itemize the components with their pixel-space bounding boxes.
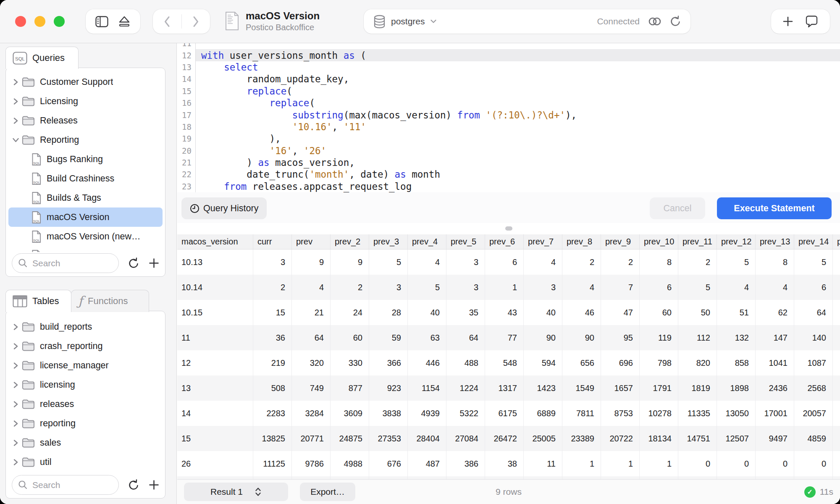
table-cell[interactable]: 9497 (756, 426, 794, 451)
table-cell[interactable]: 4859 (794, 426, 833, 451)
zoom-window-button[interactable] (54, 16, 65, 27)
new-item-plus-button[interactable] (782, 16, 793, 27)
column-header-prev-6[interactable]: prev_6 (485, 234, 524, 249)
table-cell[interactable]: 820 (678, 350, 717, 375)
table-cell[interactable]: 11335 (678, 401, 717, 426)
table-cell[interactable]: 8 (756, 249, 794, 275)
table-cell[interactable]: 1 (601, 451, 640, 476)
table-cell[interactable]: 20057 (794, 401, 833, 426)
table-cell[interactable]: 1154 (408, 375, 446, 401)
table-cell[interactable]: 147 (756, 325, 794, 350)
tab-queries[interactable]: SQL Queries (5, 47, 79, 69)
table-cell[interactable]: 3838 (369, 401, 408, 426)
forward-button[interactable] (192, 16, 200, 28)
table-cell[interactable]: 43 (485, 300, 524, 325)
table-cell[interactable]: 140 (794, 325, 833, 350)
table-cell[interactable]: 5 (678, 275, 717, 300)
table-cell[interactable]: 14 (177, 401, 253, 426)
tables-add-icon[interactable] (149, 480, 159, 490)
column-header-prev-7[interactable]: prev_7 (524, 234, 562, 249)
column-header-prev[interactable]: prev (292, 234, 331, 249)
table-cell[interactable]: 4988 (331, 451, 369, 476)
table-cell[interactable]: 14751 (678, 426, 717, 451)
table-cell[interactable]: 21 (292, 300, 331, 325)
table-cell[interactable]: 2 (562, 249, 601, 275)
table-cell[interactable]: 1657 (601, 375, 640, 401)
column-header-prev-10[interactable]: prev_10 (640, 234, 678, 249)
code-line-15[interactable]: 15 replace( (177, 85, 840, 97)
table-cell[interactable]: 4 (717, 275, 756, 300)
table-cell[interactable]: 1041 (756, 350, 794, 375)
table-cell[interactable]: 0 (794, 451, 833, 476)
result-selector[interactable]: Result 1 (184, 483, 288, 501)
queries-search-input[interactable] (32, 258, 109, 269)
table-cell[interactable]: 18134 (640, 426, 678, 451)
column-header-prev-2[interactable]: prev_2 (331, 234, 369, 249)
table-cell[interactable]: 63 (408, 325, 446, 350)
table-cell[interactable]: 8 (640, 249, 678, 275)
table-cell[interactable]: 51 (717, 300, 756, 325)
back-button[interactable] (163, 16, 171, 28)
table-cell[interactable]: 7 (601, 275, 640, 300)
table-cell[interactable]: 446 (408, 350, 446, 375)
table-cell[interactable]: 1819 (678, 375, 717, 401)
table-cell[interactable]: 656 (562, 350, 601, 375)
column-header-prev-8[interactable]: prev_8 (562, 234, 601, 249)
table-row-12[interactable]: 1221932033036644648854859465669679882085… (177, 350, 840, 375)
sidebar-query-item-macos-version-new[interactable]: SQLmacOS Version (new… (8, 227, 163, 246)
table-cell[interactable]: 26472 (485, 426, 524, 451)
table-cell[interactable]: 2 (601, 249, 640, 275)
table-cell[interactable]: 9786 (292, 451, 331, 476)
eject-disconnect-button[interactable] (118, 16, 131, 27)
table-cell[interactable]: 59 (369, 325, 408, 350)
sidebar-table-item-build-reports[interactable]: build_reports (8, 317, 163, 336)
table-cell[interactable]: 64 (446, 325, 485, 350)
table-cell[interactable]: 1549 (562, 375, 601, 401)
table-cell[interactable]: 11 (524, 451, 562, 476)
table-cell[interactable]: 386 (446, 451, 485, 476)
table-cell[interactable]: 877 (331, 375, 369, 401)
table-cell[interactable]: 27353 (369, 426, 408, 451)
sidebar-table-item-license-manager[interactable]: license_manager (8, 356, 163, 375)
table-cell[interactable]: 330 (331, 350, 369, 375)
code-line-21[interactable]: 21 ) as macos_version, (177, 157, 840, 168)
table-cell[interactable]: 2 (678, 249, 717, 275)
table-cell[interactable]: 1 (485, 275, 524, 300)
table-cell[interactable]: 28 (369, 300, 408, 325)
table-cell[interactable]: 62 (756, 300, 794, 325)
table-cell[interactable]: 1 (562, 451, 601, 476)
table-cell[interactable]: 3 (369, 275, 408, 300)
column-header-prev-12[interactable]: prev_12 (717, 234, 756, 249)
table-cell[interactable]: 1224 (446, 375, 485, 401)
table-cell[interactable]: 64 (794, 300, 833, 325)
table-cell[interactable]: 15 (253, 300, 292, 325)
table-row-10.15[interactable]: 10.15152124284035434046476050516264 (177, 300, 840, 325)
table-cell[interactable]: 594 (524, 350, 562, 375)
table-cell[interactable]: 3284 (292, 401, 331, 426)
table-cell[interactable]: 2436 (756, 375, 794, 401)
sidebar-table-item-util[interactable]: util (8, 452, 163, 472)
table-cell[interactable]: 12 (177, 350, 253, 375)
column-header-prev-3[interactable]: prev_3 (369, 234, 408, 249)
sidebar-table-item-releases[interactable]: releases (8, 394, 163, 414)
table-row-10.13[interactable]: 10.13399543642282585 (177, 249, 840, 275)
table-cell[interactable]: 12507 (717, 426, 756, 451)
table-cell[interactable]: 5322 (446, 401, 485, 426)
table-cell[interactable]: 15 (177, 426, 253, 451)
table-cell[interactable]: 9 (292, 249, 331, 275)
sql-editor[interactable]: 1112with user_versions_month as (13 sele… (177, 43, 840, 192)
table-cell[interactable]: 50 (678, 300, 717, 325)
code-line-18[interactable]: 18 '10.16', '11' (177, 121, 840, 133)
table-cell[interactable]: 366 (369, 350, 408, 375)
table-cell[interactable]: 4 (756, 275, 794, 300)
table-cell[interactable]: 24875 (331, 426, 369, 451)
table-cell[interactable]: 13825 (253, 426, 292, 451)
table-cell[interactable]: 28404 (408, 426, 446, 451)
table-cell[interactable]: 487 (408, 451, 446, 476)
table-cell[interactable]: 10.14 (177, 275, 253, 300)
table-cell[interactable]: 320 (292, 350, 331, 375)
table-cell[interactable]: 23389 (562, 426, 601, 451)
table-cell[interactable]: 696 (601, 350, 640, 375)
table-cell[interactable]: 6 (485, 249, 524, 275)
table-cell[interactable]: 90 (562, 325, 601, 350)
